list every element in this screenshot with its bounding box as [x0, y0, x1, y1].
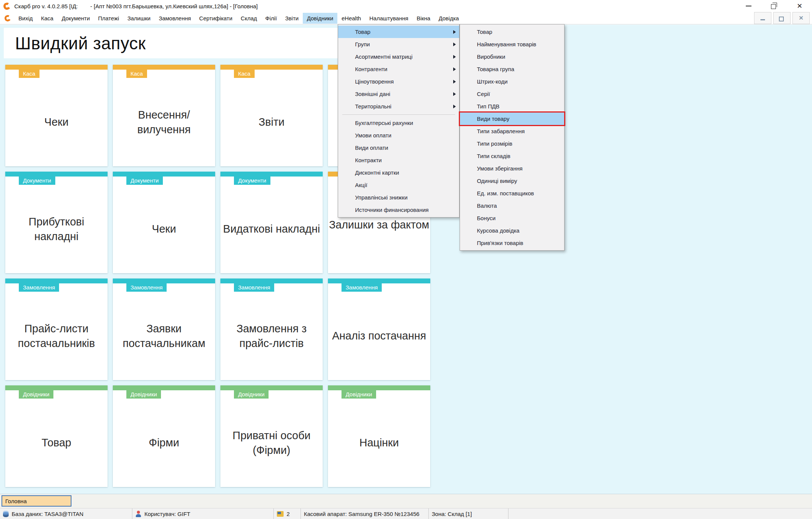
menubar-item-vykhid[interactable]: Вихід — [14, 13, 37, 24]
submenu-item-serii[interactable]: Серії — [460, 88, 564, 100]
tile-label: Замовлення з прайс-листів — [220, 292, 323, 380]
dovidnyky-menu: Товар Групи Асортиментні матриці Контраг… — [338, 24, 460, 218]
tile-strip — [220, 279, 323, 283]
tile-strip — [5, 65, 108, 70]
tab-holovna[interactable]: Головна — [2, 495, 71, 507]
tile-vnesennia-vyluchennia[interactable]: Каса Внесення/вилучення — [113, 65, 215, 166]
menubar-item-kasa[interactable]: Каса — [37, 13, 58, 24]
submenu-item-shtrykh-kody[interactable]: Штрих-коди — [460, 75, 564, 88]
menu-item-kontrahenty[interactable]: Контрагенти — [338, 63, 459, 75]
menu-item-tsinoutvorennia[interactable]: Ціноутворення — [338, 75, 459, 88]
submenu-item-vyrobnyky[interactable]: Виробники — [460, 50, 564, 63]
app-logo-icon — [3, 2, 11, 10]
mdi-close-icon[interactable]: ✕ — [792, 12, 810, 24]
app-logo-icon — [4, 14, 12, 22]
menu-item-upravlinski-znyzhky[interactable]: Управлінські знижки — [338, 191, 459, 204]
tile-category-tag: Документи — [234, 177, 270, 185]
cash-register-icon — [277, 511, 284, 517]
tile-strip — [113, 385, 215, 390]
menu-item-terytorialni[interactable]: Територіальні — [338, 100, 459, 113]
tile-cheky-dokumenty[interactable]: Документи Чеки — [113, 172, 215, 273]
tile-vydatkovi-nakladni[interactable]: Документи Видаткові накладні — [220, 172, 323, 273]
tile-analiz-postachannia[interactable]: Замовлення Аналіз постачання — [328, 279, 430, 380]
tile-label: Прайс-листи постачальників — [5, 292, 108, 380]
tile-zamovlennia-z-prais-lystiv[interactable]: Замовлення Замовлення з прайс-листів — [220, 279, 323, 380]
tile-label: Націнки — [328, 399, 430, 487]
menu-item-kontrakty[interactable]: Контракти — [338, 154, 459, 166]
submenu-arrow-icon — [453, 105, 456, 108]
menubar-item-sklad[interactable]: Склад — [237, 13, 261, 24]
menubar-item-zvity[interactable]: Звіти — [281, 13, 303, 24]
submenu-item-naimenuvannia-tovariv[interactable]: Найменування товарів — [460, 38, 564, 50]
tile-tovar[interactable]: Довідники Товар — [5, 385, 108, 487]
menubar-item-zalyshky[interactable]: Залишки — [123, 13, 155, 24]
close-icon[interactable]: ✕ — [796, 3, 803, 9]
menu-item-tovar[interactable]: Товар — [338, 26, 459, 38]
tile-strip — [5, 385, 108, 390]
submenu-item-typy-zabarvlennia[interactable]: Типи забарвлення — [460, 125, 564, 137]
submenu-item-pryviazky-tovariv[interactable]: Прив'язки товарів — [460, 237, 564, 249]
tile-category-tag: Замовлення — [234, 283, 274, 292]
tile-strip — [113, 172, 215, 177]
submenu-item-typy-skladiv[interactable]: Типи складів — [460, 150, 564, 162]
tile-zaiavky-postachalnykam[interactable]: Замовлення Заявки постачальникам — [113, 279, 215, 380]
tile-cheky-kasa[interactable]: Каса Чеки — [5, 65, 108, 166]
tile-pryvatni-osoby-firmy[interactable]: Довідники Приватні особи (Фірми) — [220, 385, 323, 487]
submenu-item-valiuta[interactable]: Валюта — [460, 199, 564, 212]
menubar-item-dokumenty[interactable]: Документи — [58, 13, 94, 24]
submenu-item-typ-pdv[interactable]: Тип ПДВ — [460, 100, 564, 113]
tile-category-tag: Документи — [126, 177, 163, 185]
submenu-item-tovar[interactable]: Товар — [460, 26, 564, 38]
tile-natsinky[interactable]: Довідники Націнки — [328, 385, 430, 487]
submenu-item-ed-izm-postavshchikov[interactable]: Ед. изм. поставщиков — [460, 187, 564, 199]
tile-prybutkovi-nakladni[interactable]: Документи Прибуткові накладні — [5, 172, 108, 273]
menu-item-asortymentni-matrytsi[interactable]: Асортиментні матриці — [338, 50, 459, 63]
status-bar: База даних: TASA3@TITAN Користувач: GIFT… — [0, 508, 812, 519]
menubar-item-dovidnyky[interactable]: Довідники — [303, 13, 337, 24]
submenu-arrow-icon — [453, 30, 456, 34]
menubar-item-platezhi[interactable]: Платежі — [94, 13, 123, 24]
tile-label: Товар — [5, 399, 108, 487]
submenu-item-typy-rozmiriv[interactable]: Типи розмірів — [460, 137, 564, 150]
tile-label: Прибуткові накладні — [5, 185, 108, 273]
submenu-item-kursova-dovidka[interactable]: Курсова довідка — [460, 224, 564, 237]
menubar-item-zamovlennia[interactable]: Замовлення — [155, 13, 195, 24]
minimize-icon[interactable] — [745, 3, 752, 9]
tile-zvity-kasa[interactable]: Каса Звіти — [220, 65, 323, 166]
menubar-item-ehealth[interactable]: eHealth — [337, 13, 365, 24]
menu-item-umovy-oplaty[interactable]: Умови оплати — [338, 129, 459, 142]
menubar-item-vikna[interactable]: Вікна — [413, 13, 435, 24]
tile-firmy[interactable]: Довідники Фірми — [113, 385, 215, 487]
menu-item-dyskontni-kartky[interactable]: Дисконтні картки — [338, 166, 459, 179]
tile-category-tag: Каса — [126, 70, 147, 78]
menu-item-hrupy[interactable]: Групи — [338, 38, 459, 50]
submenu-item-bonusy[interactable]: Бонуси — [460, 212, 564, 224]
menu-item-aktsii[interactable]: Акції — [338, 179, 459, 191]
submenu-item-tovarna-hrupa[interactable]: Товарна група — [460, 63, 564, 75]
user-icon — [135, 511, 141, 517]
tile-strip — [5, 172, 108, 177]
mdi-restore-icon[interactable] — [773, 12, 791, 24]
menubar-item-dovidka[interactable]: Довідка — [434, 13, 463, 24]
tile-prais-lysty-postachalnykiv[interactable]: Замовлення Прайс-листи постачальників — [5, 279, 108, 380]
mdi-minimize-icon[interactable] — [754, 12, 771, 24]
menu-item-bukhhalterski-rakhunky[interactable]: Бухгалтерські рахунки — [338, 117, 459, 129]
submenu-item-vydy-tovaru[interactable]: Види товару — [460, 113, 564, 125]
status-zone: Зона: Склад [1] — [429, 508, 508, 519]
menu-item-zovnishni-dani[interactable]: Зовнішні дані — [338, 88, 459, 100]
restore-icon[interactable] — [771, 3, 777, 9]
tile-category-tag: Замовлення — [19, 283, 59, 292]
tile-category-tag: Документи — [19, 177, 55, 185]
menubar-item-sertyfikaty[interactable]: Сертифікати — [195, 13, 237, 24]
submenu-arrow-icon — [453, 55, 456, 59]
menubar-item-nalashtuvannia[interactable]: Налаштування — [365, 13, 413, 24]
menu-item-istochniki-finansirovaniya[interactable]: Источники финансирования — [338, 204, 459, 216]
submenu-item-umovy-zberihannia[interactable]: Умови зберігання — [460, 162, 564, 175]
menu-item-vydy-oplaty[interactable]: Види оплати — [338, 142, 459, 154]
tab-bar: Головна — [0, 494, 812, 508]
menubar-item-filii[interactable]: Філії — [261, 13, 281, 24]
submenu-item-odynytsi-vymiru[interactable]: Одиниці виміру — [460, 175, 564, 187]
tile-category-tag: Довідники — [19, 390, 53, 399]
tile-strip — [220, 172, 323, 177]
database-icon — [3, 511, 9, 517]
